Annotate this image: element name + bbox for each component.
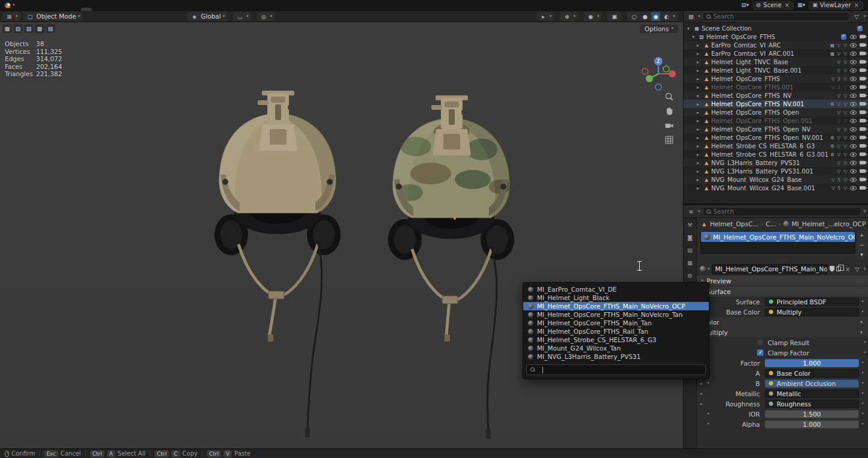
animate-dot[interactable]: • <box>859 421 866 427</box>
material-dropdown-item[interactable]: MI_NVG_L3Harris_Battery_PVS31 <box>523 352 709 361</box>
animate-dot[interactable]: • <box>859 401 866 406</box>
expand-arrow-icon[interactable]: ▸ <box>700 402 706 406</box>
disable-in-renders-camera-icon[interactable] <box>860 68 865 72</box>
material-slot-list[interactable]: MI_Helmet_OpsCore_FTHS_Main_NoVelcro_OCP <box>700 231 855 254</box>
outliner-object-row[interactable]: ▸ ▲ Helmet_OpsCore_FTHS_Open.001 ▽ ▽ <box>684 116 868 125</box>
viewport-3d[interactable]: ▦ ▧ ▨ ▩ ▤ Options ▾ Objects 38 Vertices … <box>0 22 683 448</box>
metallic-input[interactable]: Metallic <box>765 390 859 398</box>
b-input[interactable]: Ambient Occlusion <box>765 379 859 388</box>
outliner-object-row[interactable]: ▸ ▲ Helmet_OpsCore_FTHS_NV.001 ⚙ ▽ ▽ <box>684 100 868 108</box>
preview-panel-header[interactable]: ▸ Preview ∷∷ <box>697 275 868 286</box>
hide-in-viewport-eye-icon[interactable] <box>850 110 857 115</box>
workspace-tab[interactable] <box>150 8 160 11</box>
disable-in-renders-camera-icon[interactable] <box>860 77 865 80</box>
outliner-object-row[interactable]: ▸ ▲ Helmet_OpsCore_FTHS_Open ▽ ▽ <box>684 108 868 116</box>
scene-selector[interactable]: ◍ Scene × <box>753 1 794 10</box>
expand-arrow-icon[interactable]: ▸ <box>697 127 703 132</box>
outliner-search[interactable] <box>703 12 850 21</box>
animate-dot[interactable]: • <box>859 360 866 366</box>
outliner-object-row[interactable]: ▸ ▲ Helmet_Strobe_CS_HELSTAR_6_G3.001 ⚙ … <box>684 150 868 158</box>
outliner-object-row[interactable]: ▸ ▲ NVG_L3Harris_Battery_PVS31.001 ▽ ▽ <box>684 167 868 175</box>
animate-dot[interactable]: • <box>859 299 866 304</box>
material-name-field[interactable]: MI_Helmet_OpsCore_FTHS_Main_NoVelcro_O..… <box>712 264 828 274</box>
tab-output[interactable]: ▤ <box>685 246 696 255</box>
material-dropdown-item[interactable]: MI_Helmet_Light_Black <box>523 294 709 302</box>
hide-in-viewport-eye-icon[interactable] <box>850 43 857 47</box>
slot-specials-menu[interactable]: ▾ <box>857 250 866 259</box>
expand-arrow-icon[interactable]: ▸ <box>697 68 703 73</box>
viewport-menu[interactable] <box>93 16 100 17</box>
disable-in-renders-camera-icon[interactable] <box>860 94 865 97</box>
color-subpanel-header[interactable]: Color ▾ <box>697 317 868 327</box>
unlink-material-icon[interactable]: × <box>845 266 851 273</box>
expand-arrow-icon[interactable]: ▸ <box>697 143 703 149</box>
animate-dot[interactable]: • <box>859 309 866 315</box>
filter-funnel-icon[interactable]: ▽ <box>852 265 861 274</box>
disable-in-renders-camera-icon[interactable] <box>860 136 865 139</box>
hide-in-viewport-eye-icon[interactable] <box>850 136 857 140</box>
scene-browse-icon[interactable]: ▤▾ <box>741 2 749 8</box>
topbar-menu[interactable] <box>43 4 52 7</box>
expand-arrow-icon[interactable]: ▸ <box>697 93 703 98</box>
outliner-object-row[interactable]: ▸ ▲ Helmet_OpsCore_FTHS_Open_NV.001 ⚙ ▽ … <box>684 133 868 142</box>
workspace-tab[interactable] <box>104 8 115 11</box>
hide-in-viewport-eye-icon[interactable] <box>850 94 857 98</box>
breadcrumb-data[interactable]: C... <box>766 220 776 227</box>
editor-type-selector[interactable]: ⊞ ▾ <box>2 12 20 21</box>
expand-arrow-icon[interactable]: ▸ <box>697 177 703 182</box>
base-color-input[interactable]: Multiply <box>765 308 859 316</box>
properties-search[interactable] <box>703 207 861 216</box>
disable-in-renders-camera-icon[interactable] <box>860 152 865 156</box>
shading-solid-icon[interactable]: ● <box>640 12 649 21</box>
select-mode-extend-icon[interactable]: ▧ <box>13 24 23 33</box>
outliner-object-row[interactable]: ▸ ▲ NVG_L3Harris_Battery_PVS31 ▽ ▽ <box>684 158 868 167</box>
workspace-tab[interactable] <box>70 8 80 11</box>
hide-in-viewport-eye-icon[interactable] <box>850 186 857 190</box>
viewlayer-browse-icon[interactable]: ▦▾ <box>797 2 805 8</box>
outliner-object-row[interactable]: ▸ ▲ Helmet_Light_TNVC_Base ▽ ▽ <box>684 58 868 66</box>
workspace-tab[interactable] <box>93 8 103 11</box>
remove-slot-button[interactable]: − <box>857 241 866 249</box>
material-search-field[interactable] <box>526 364 706 375</box>
disable-in-renders-camera-icon[interactable] <box>860 102 865 106</box>
viewport-menu[interactable] <box>107 16 114 17</box>
collection-checkbox[interactable] <box>857 26 863 31</box>
material-slot-selected[interactable]: MI_Helmet_OpsCore_FTHS_Main_NoVelcro_OCP <box>701 232 855 242</box>
pan-hand-icon[interactable] <box>664 106 674 116</box>
snapping-toggle[interactable]: ◡ ▾ <box>233 12 251 21</box>
disable-in-renders-camera-icon[interactable] <box>860 127 865 131</box>
shading-wireframe-icon[interactable]: ○ <box>630 12 639 21</box>
expand-arrow-icon[interactable]: ▸ <box>697 59 703 65</box>
properties-editor-icon[interactable]: ≡ <box>687 207 696 216</box>
animate-dot[interactable]: • <box>861 340 868 345</box>
outliner-object-row[interactable]: ▸ ▲ Helmet_OpsCore_FTHS_NV ▽ ▽ <box>684 91 868 100</box>
expand-arrow-icon[interactable]: ▸ <box>697 110 703 115</box>
animate-dot[interactable]: • <box>859 411 866 417</box>
outliner-object-row[interactable]: ▸ ▲ Helmet_OpsCore_FTHS.001 ▽ 2 ▽ <box>684 83 868 91</box>
disable-in-renders-camera-icon[interactable] <box>860 169 865 173</box>
expand-arrow-icon[interactable]: ▸ <box>697 185 703 191</box>
hide-in-viewport-eye-icon[interactable] <box>850 102 857 106</box>
workspace-tab[interactable] <box>127 8 138 11</box>
add-slot-button[interactable]: + <box>857 231 866 240</box>
scene-collection-row[interactable]: ▾ ▦ Scene Collection <box>684 24 868 32</box>
disable-in-renders-camera-icon[interactable] <box>860 178 865 181</box>
disable-in-renders-camera-icon[interactable] <box>860 161 865 164</box>
show-gizmo-toggle[interactable]: ⊕ ▾ <box>560 12 578 21</box>
viewport-menu[interactable] <box>100 16 107 17</box>
disable-in-renders-camera-icon[interactable] <box>860 35 865 38</box>
expand-arrow-icon[interactable]: ▸ <box>700 381 706 386</box>
shading-rendered-icon[interactable]: ◐ <box>662 12 671 21</box>
expand-arrow-icon[interactable]: ▸ <box>697 101 703 107</box>
disable-in-renders-camera-icon[interactable] <box>860 85 865 89</box>
workspace-tab[interactable] <box>81 8 92 11</box>
hide-in-viewport-eye-icon[interactable] <box>850 178 857 182</box>
tab-tool[interactable]: ⚒ <box>685 220 696 230</box>
material-dropdown-item[interactable]: MI_Helmet_OpsCore_FTHS_Main_NoVelcro_Tan <box>523 310 709 319</box>
navigation-gizmo[interactable]: Z <box>638 53 679 94</box>
disable-in-renders-camera-icon[interactable] <box>860 144 865 148</box>
hide-in-viewport-eye-icon[interactable] <box>850 161 857 165</box>
tab-render[interactable]: ◙ <box>685 233 696 243</box>
shading-material-preview-icon[interactable]: ◉ <box>651 12 660 21</box>
material-dropdown-item[interactable]: MI_Helmet_Strobe_CS_HELSTAR_6_G3 <box>523 336 709 344</box>
